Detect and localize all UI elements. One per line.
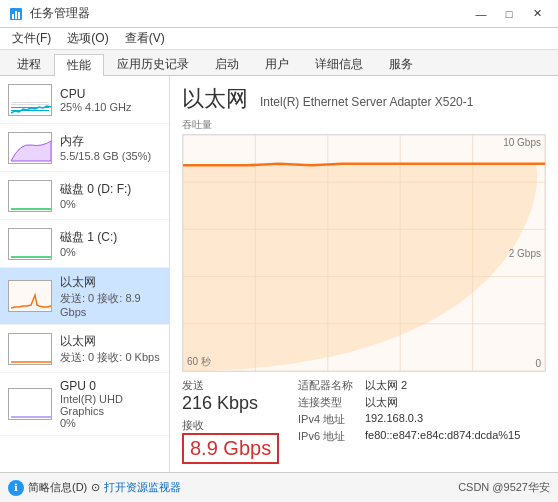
- title-text: 任务管理器: [30, 5, 90, 22]
- sidebar-item-disk1[interactable]: 磁盘 1 (C:) 0%: [0, 220, 169, 268]
- menu-options[interactable]: 选项(O): [59, 29, 116, 48]
- tab-app-history[interactable]: 应用历史记录: [104, 53, 202, 75]
- recv-section: 接收 8.9 Gbps: [182, 418, 282, 464]
- svg-rect-1: [12, 14, 14, 19]
- detail-val-1: 以太网: [365, 395, 520, 410]
- chart-y-top: 10 Gbps: [503, 137, 541, 148]
- mem-name: 内存: [60, 133, 161, 150]
- cpu-info: CPU 25% 4.10 GHz: [60, 87, 161, 113]
- menu-bar: 文件(F) 选项(O) 查看(V): [0, 28, 558, 50]
- detail-key-2: IPv4 地址: [298, 412, 353, 427]
- right-panel: 以太网 Intel(R) Ethernet Server Adapter X52…: [170, 76, 558, 472]
- sidebar-item-gpu[interactable]: GPU 0 Intel(R) UHD Graphics 0%: [0, 373, 169, 436]
- eth-passive-value: 发送: 0 接收: 0 Kbps: [60, 350, 161, 365]
- detail-key-3: IPv6 地址: [298, 429, 353, 444]
- status-icon: ℹ: [8, 480, 24, 496]
- app-icon: [8, 6, 24, 22]
- disk0-name: 磁盘 0 (D: F:): [60, 181, 161, 198]
- info-panel: 发送 216 Kbps 接收 8.9 Gbps 适配器名称 以太网 2 连接类型…: [182, 378, 546, 464]
- cpu-name: CPU: [60, 87, 161, 101]
- send-value: 216 Kbps: [182, 393, 282, 414]
- detail-key-1: 连接类型: [298, 395, 353, 410]
- chart-x-label: 60 秒: [187, 355, 211, 369]
- details-grid: 适配器名称 以太网 2 连接类型 以太网 IPv4 地址 192.168.0.3…: [298, 378, 520, 444]
- sidebar: CPU 25% 4.10 GHz 内存 5.5/15.8 GB (35%): [0, 76, 170, 472]
- sidebar-item-eth-active[interactable]: 以太网 发送: 0 接收: 8.9 Gbps: [0, 268, 169, 325]
- cpu-value: 25% 4.10 GHz: [60, 101, 161, 113]
- tab-details[interactable]: 详细信息: [302, 53, 376, 75]
- tab-services[interactable]: 服务: [376, 53, 426, 75]
- panel-title-en: Intel(R) Ethernet Server Adapter X520-1: [260, 95, 473, 109]
- mem-value: 5.5/15.8 GB (35%): [60, 150, 161, 162]
- eth-passive-name: 以太网: [60, 333, 161, 350]
- svg-rect-6: [9, 181, 52, 212]
- title-bar-left: 任务管理器: [8, 5, 90, 22]
- mem-thumb: [8, 132, 52, 164]
- disk0-thumb: [8, 180, 52, 212]
- tab-startup[interactable]: 启动: [202, 53, 252, 75]
- tab-processes[interactable]: 进程: [4, 53, 54, 75]
- status-bar: ℹ 简略信息(D) ⊙ 打开资源监视器 CSDN @9527华安: [0, 472, 558, 502]
- gpu-thumb: [8, 388, 52, 420]
- detail-val-0: 以太网 2: [365, 378, 520, 393]
- disk0-info: 磁盘 0 (D: F:) 0%: [60, 181, 161, 210]
- tab-users[interactable]: 用户: [252, 53, 302, 75]
- recv-label: 接收: [182, 418, 282, 433]
- tab-bar: 进程 性能 应用历史记录 启动 用户 详细信息 服务: [0, 50, 558, 76]
- chart-y-bot: 0: [535, 358, 541, 369]
- svg-rect-9: [9, 334, 52, 365]
- gpu-name: GPU 0: [60, 379, 161, 393]
- chart-svg: [183, 135, 545, 371]
- maximize-button[interactable]: □: [496, 4, 522, 24]
- mem-info: 内存 5.5/15.8 GB (35%): [60, 133, 161, 162]
- svg-rect-10: [9, 389, 52, 420]
- detail-val-3: fe80::e847:e84c:d874:dcda%15: [365, 429, 520, 444]
- panel-title-cn: 以太网: [182, 84, 248, 114]
- svg-rect-3: [18, 12, 20, 19]
- eth-passive-thumb: [8, 333, 52, 365]
- eth-active-thumb: [8, 280, 52, 312]
- cpu-thumb: [8, 84, 52, 116]
- sidebar-item-memory[interactable]: 内存 5.5/15.8 GB (35%): [0, 124, 169, 172]
- chart-container: 10 Gbps 2 Gbps 0 60 秒: [182, 134, 546, 372]
- send-label: 发送: [182, 378, 282, 393]
- close-button[interactable]: ✕: [524, 4, 550, 24]
- eth-active-info: 以太网 发送: 0 接收: 8.9 Gbps: [60, 274, 161, 318]
- open-resource-monitor-link[interactable]: 打开资源监视器: [104, 480, 181, 495]
- chart-labels: 吞吐量: [182, 118, 546, 132]
- minimize-button[interactable]: —: [468, 4, 494, 24]
- eth-active-name: 以太网: [60, 274, 161, 291]
- gpu-info: GPU 0 Intel(R) UHD Graphics 0%: [60, 379, 161, 429]
- menu-file[interactable]: 文件(F): [4, 29, 59, 48]
- gpu-extra: 0%: [60, 417, 161, 429]
- svg-rect-2: [15, 11, 17, 19]
- eth-passive-info: 以太网 发送: 0 接收: 0 Kbps: [60, 333, 161, 365]
- tab-performance[interactable]: 性能: [54, 54, 104, 76]
- title-bar: 任务管理器 — □ ✕: [0, 0, 558, 28]
- chart-label-left: 吞吐量: [182, 118, 212, 132]
- disk1-info: 磁盘 1 (C:) 0%: [60, 229, 161, 258]
- detail-key-0: 适配器名称: [298, 378, 353, 393]
- detail-val-2: 192.168.0.3: [365, 412, 520, 427]
- send-section: 发送 216 Kbps: [182, 378, 282, 414]
- recv-value: 8.9 Gbps: [182, 433, 279, 464]
- menu-view[interactable]: 查看(V): [117, 29, 173, 48]
- sidebar-item-cpu[interactable]: CPU 25% 4.10 GHz: [0, 76, 169, 124]
- status-text: 简略信息(D): [28, 480, 87, 495]
- disk1-value: 0%: [60, 246, 161, 258]
- status-left: ℹ 简略信息(D) ⊙ 打开资源监视器: [8, 480, 181, 496]
- svg-rect-7: [9, 229, 52, 260]
- main-content: CPU 25% 4.10 GHz 内存 5.5/15.8 GB (35%): [0, 76, 558, 472]
- sidebar-item-eth-passive[interactable]: 以太网 发送: 0 接收: 0 Kbps: [0, 325, 169, 373]
- panel-header: 以太网 Intel(R) Ethernet Server Adapter X52…: [182, 84, 546, 114]
- gpu-value: Intel(R) UHD Graphics: [60, 393, 161, 417]
- disk0-value: 0%: [60, 198, 161, 210]
- title-bar-controls: — □ ✕: [468, 4, 550, 24]
- sidebar-item-disk0[interactable]: 磁盘 0 (D: F:) 0%: [0, 172, 169, 220]
- spacer: ⊙: [91, 481, 100, 494]
- disk1-thumb: [8, 228, 52, 260]
- status-right-text: CSDN @9527华安: [458, 480, 550, 495]
- chart-y-mid: 2 Gbps: [509, 248, 541, 259]
- send-recv-panel: 发送 216 Kbps 接收 8.9 Gbps: [182, 378, 282, 464]
- eth-active-value: 发送: 0 接收: 8.9 Gbps: [60, 291, 161, 318]
